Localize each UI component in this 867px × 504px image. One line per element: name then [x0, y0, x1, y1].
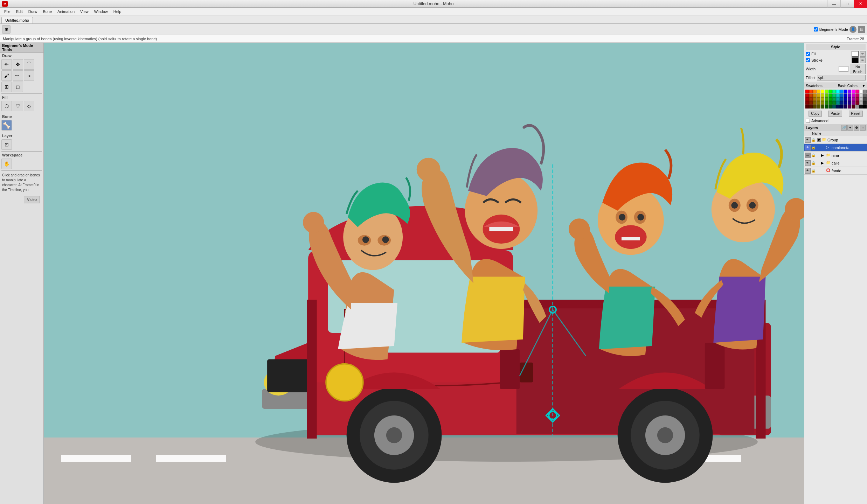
- swatch-cell-51[interactable]: [817, 101, 820, 105]
- swatch-cell-44[interactable]: [852, 97, 855, 101]
- swatch-cell-59[interactable]: [848, 101, 851, 105]
- tool-select[interactable]: ◻: [13, 82, 23, 92]
- swatch-cell-17[interactable]: [809, 93, 813, 97]
- swatch-cell-33[interactable]: [809, 97, 813, 101]
- swatch-cell-52[interactable]: [821, 101, 824, 105]
- menu-item-draw[interactable]: Draw: [26, 9, 40, 14]
- fill-color-swatch[interactable]: [852, 51, 859, 57]
- swatch-cell-23[interactable]: [832, 93, 836, 97]
- reset-button[interactable]: Reset: [849, 111, 863, 117]
- swatch-cell-14[interactable]: [859, 90, 863, 93]
- menu-item-bone[interactable]: Bone: [40, 9, 55, 14]
- swatch-cell-55[interactable]: [832, 101, 836, 105]
- tool-brush[interactable]: 🖌: [1, 70, 12, 81]
- menu-item-edit[interactable]: Edit: [13, 9, 26, 14]
- tool-fill-gradient[interactable]: ◇: [24, 101, 34, 111]
- swatch-cell-41[interactable]: [840, 97, 844, 101]
- layer-lock-nina[interactable]: 🔒: [811, 153, 817, 157]
- swatch-cell-53[interactable]: [825, 101, 828, 105]
- chevron-down-icon[interactable]: ▼: [862, 84, 866, 88]
- swatch-cell-11[interactable]: [848, 90, 851, 93]
- effect-select[interactable]: <pl...: [817, 75, 866, 80]
- swatch-cell-77[interactable]: [855, 105, 859, 108]
- swatch-cell-56[interactable]: [836, 101, 840, 105]
- menu-item-help[interactable]: Help: [111, 9, 124, 14]
- layer-lock-fondo[interactable]: 🔒: [811, 169, 817, 173]
- swatch-cell-32[interactable]: [805, 97, 809, 101]
- swatch-cell-72[interactable]: [836, 105, 840, 108]
- swatch-cell-57[interactable]: [840, 101, 844, 105]
- menu-item-file[interactable]: File: [1, 9, 13, 14]
- advanced-checkbox[interactable]: [806, 119, 810, 123]
- swatches-preset[interactable]: Basic Colors...: [838, 84, 860, 88]
- swatch-cell-70[interactable]: [828, 105, 832, 108]
- swatch-cell-10[interactable]: [844, 90, 847, 93]
- swatch-cell-64[interactable]: [805, 105, 809, 108]
- tool-hand[interactable]: ✋: [1, 159, 12, 169]
- tool-fill-bucket[interactable]: ⬡: [1, 101, 12, 111]
- layer-lock-calle[interactable]: 🔒: [811, 161, 817, 165]
- swatch-cell-16[interactable]: [805, 93, 809, 97]
- swatch-cell-0[interactable]: [805, 90, 809, 93]
- copy-button[interactable]: Copy: [809, 111, 821, 117]
- close-button[interactable]: ✕: [854, 0, 867, 8]
- swatch-cell-34[interactable]: [813, 97, 817, 101]
- swatch-cell-15[interactable]: [863, 90, 867, 93]
- swatch-cell-50[interactable]: [813, 101, 817, 105]
- swatch-cell-60[interactable]: [852, 101, 855, 105]
- layer-expand-icon[interactable]: ↔: [860, 125, 866, 131]
- swatch-cell-21[interactable]: [825, 93, 828, 97]
- swatch-cell-66[interactable]: [813, 105, 817, 108]
- swatch-cell-20[interactable]: [821, 93, 824, 97]
- swatch-cell-7[interactable]: [832, 90, 836, 93]
- tool-fill-shape[interactable]: ♡: [13, 101, 23, 111]
- swatch-cell-68[interactable]: [821, 105, 824, 108]
- swatch-cell-30[interactable]: [859, 93, 863, 97]
- swatch-cell-3[interactable]: [817, 90, 820, 93]
- layer-link-icon[interactable]: 🔗: [841, 125, 847, 131]
- swatch-cell-42[interactable]: [844, 97, 847, 101]
- swatch-cell-62[interactable]: [859, 101, 863, 105]
- swatch-cell-13[interactable]: [855, 90, 859, 93]
- swatch-cell-45[interactable]: [855, 97, 859, 101]
- swatch-cell-73[interactable]: [840, 105, 844, 108]
- layer-vis-nina[interactable]: ―: [805, 153, 811, 158]
- swatch-cell-48[interactable]: [805, 101, 809, 105]
- swatch-cell-24[interactable]: [836, 93, 840, 97]
- swatch-cell-46[interactable]: [859, 97, 863, 101]
- fill-checkbox[interactable]: [806, 52, 810, 56]
- layer-vis-group[interactable]: 👁: [805, 137, 811, 143]
- layer-row-fondo[interactable]: 👁 🔒 ⭕ fondo: [804, 167, 867, 175]
- swatch-cell-12[interactable]: [852, 90, 855, 93]
- minimize-button[interactable]: —: [827, 0, 840, 8]
- layer-row-nina[interactable]: ― 🔒 ▶ 📁 nina: [804, 152, 867, 159]
- tool-transform[interactable]: ⊞: [1, 82, 12, 92]
- tool-curve[interactable]: ⌒: [24, 59, 34, 70]
- tool-move[interactable]: ✥: [13, 59, 23, 70]
- swatch-cell-71[interactable]: [832, 105, 836, 108]
- layer-lock-group[interactable]: 🔒: [811, 138, 817, 142]
- swatch-cell-36[interactable]: [821, 97, 824, 101]
- swatch-cell-25[interactable]: [840, 93, 844, 97]
- swatch-cell-40[interactable]: [836, 97, 840, 101]
- swatch-cell-19[interactable]: [817, 93, 820, 97]
- swatch-cell-58[interactable]: [844, 101, 847, 105]
- layer-vis-calle[interactable]: 👁: [805, 160, 811, 166]
- swatch-cell-1[interactable]: [809, 90, 813, 93]
- stroke-edit-icon[interactable]: ✏: [860, 57, 866, 63]
- no-brush-button[interactable]: NoBrush: [850, 64, 866, 74]
- menu-item-animation[interactable]: Animation: [55, 9, 77, 14]
- toolbar-icon-1[interactable]: ⊕: [2, 25, 11, 34]
- swatch-cell-35[interactable]: [817, 97, 820, 101]
- paste-button[interactable]: Paste: [828, 111, 842, 117]
- swatch-cell-29[interactable]: [855, 93, 859, 97]
- swatch-cell-78[interactable]: [859, 105, 863, 108]
- video-button[interactable]: Video: [24, 196, 40, 203]
- swatch-cell-27[interactable]: [848, 93, 851, 97]
- swatch-cell-4[interactable]: [821, 90, 824, 93]
- layer-row-calle[interactable]: 👁 🔒 ▶ 📁 calle: [804, 159, 867, 167]
- group-expand-icon[interactable]: ▼: [817, 138, 821, 142]
- calle-expand-icon[interactable]: ▶: [821, 161, 825, 165]
- swatch-cell-67[interactable]: [817, 105, 820, 108]
- swatch-cell-5[interactable]: [825, 90, 828, 93]
